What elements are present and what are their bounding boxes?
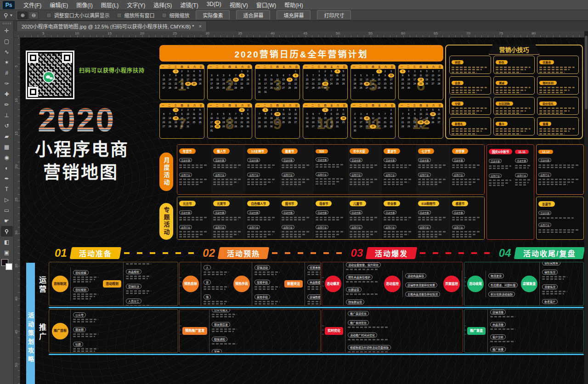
menu-item-S[interactable]: 选择(S)	[149, 0, 176, 10]
clone-stamp-tool[interactable]: ⊥	[1, 110, 13, 120]
menu-item-V[interactable]: 视图(V)	[226, 0, 252, 10]
date-cell: 13	[226, 116, 232, 120]
zoom-tool[interactable]: ⚲	[1, 226, 13, 237]
zoom-in-mode-button[interactable]: ⊕	[17, 11, 28, 19]
date-cell: 20	[364, 82, 370, 86]
eraser-tool[interactable]: ▰	[1, 131, 13, 141]
menu-item-L[interactable]: 图层(L)	[97, 0, 123, 10]
eyedropper-tool[interactable]: ✑	[1, 78, 13, 89]
menu-item-Y[interactable]: 文字(Y)	[123, 0, 149, 10]
date-cell: 1	[173, 108, 179, 112]
marquee-tool[interactable]: ▢	[1, 36, 13, 46]
text-placeholder	[496, 92, 521, 93]
date-cell: 18	[352, 82, 358, 86]
option-checkbox[interactable]: 调整窗口大小以满屏显示	[46, 11, 109, 19]
shape-tool[interactable]: ▭	[1, 205, 13, 215]
date-cell: 16	[179, 116, 185, 120]
quick-mask[interactable]: ◧	[1, 237, 13, 247]
text-placeholder	[496, 107, 531, 109]
menu-item-E[interactable]: 编辑(E)	[45, 0, 72, 10]
option-checkbox[interactable]: 缩放所有窗口	[117, 11, 154, 19]
date-cell: 4	[340, 108, 346, 112]
text-placeholder	[254, 286, 280, 288]
history-brush-tool[interactable]: ↺	[1, 120, 13, 131]
theme-label: 活动主题	[350, 210, 362, 215]
hand-tool[interactable]: ☛	[1, 215, 13, 226]
empty-cell	[233, 108, 239, 112]
date-cell: 29	[400, 86, 406, 90]
checkbox[interactable]	[117, 13, 122, 18]
text-placeholder	[316, 181, 340, 182]
date-cell: 1	[316, 69, 322, 73]
brush-tool[interactable]: ✏	[1, 99, 13, 110]
weekday: 四	[274, 103, 281, 107]
branch-label: 客户分析	[490, 334, 506, 339]
wechat-icon	[43, 71, 55, 83]
magic-wand-tool[interactable]: ✶	[1, 57, 13, 68]
double12-pill: 12.12	[538, 150, 553, 154]
row-label-1: 运营	[36, 263, 48, 308]
text-placeholder	[307, 274, 321, 275]
mindmap-branches: 营销活动常规手段其他手段	[252, 262, 281, 305]
option-button[interactable]: 打印尺寸	[317, 10, 351, 20]
text-placeholder	[539, 110, 570, 112]
menu-item-H[interactable]: 帮助(H)	[280, 0, 307, 10]
menu-item-3DD[interactable]: 3D(D)	[203, 0, 226, 10]
date-cell: 3	[209, 73, 215, 78]
gradient-tool[interactable]: ▦	[1, 141, 13, 152]
menu-item-W[interactable]: 窗口(W)	[252, 0, 280, 10]
empty-cell	[358, 69, 364, 73]
menu-item-T[interactable]: 滤镜(T)	[176, 0, 202, 10]
checkbox[interactable]	[46, 13, 51, 18]
empty-cell	[370, 69, 376, 73]
panel-grip[interactable]	[3, 23, 11, 24]
checkbox[interactable]	[162, 13, 167, 18]
type-tool[interactable]: T	[1, 184, 13, 194]
menu-item-F[interactable]: 文件(F)	[19, 0, 45, 10]
document-canvas[interactable]: 扫码可以获得小程序扶持 2020 小程序电商 营销地图 2020营销日历&全年营…	[20, 38, 584, 384]
option-button[interactable]: 适合屏幕	[236, 10, 270, 20]
path-select-tool[interactable]: ▷	[1, 194, 13, 205]
option-button[interactable]: 实际像素	[196, 10, 230, 20]
date-cell: 10	[209, 78, 215, 82]
date-cell: 7	[287, 73, 293, 78]
healing-brush-tool[interactable]: ✚	[1, 89, 13, 99]
weekday: 四	[370, 103, 376, 107]
option-checkbox[interactable]: 细微缩放	[162, 11, 189, 19]
weekday: 六	[287, 65, 294, 69]
scrollbar-thumb[interactable]	[585, 36, 588, 109]
stage-label: 活动预热	[227, 248, 260, 259]
date-cell: 14	[400, 116, 406, 120]
empty-cell	[220, 108, 226, 112]
move-tool[interactable]: ✛	[1, 25, 13, 36]
pen-tool[interactable]: ✒	[1, 173, 13, 184]
date-cell: 19	[358, 82, 364, 86]
branch-label: 人	[204, 265, 211, 270]
mindmap-group: 预热推广宣发公众号推文朋友圈宣发短信通知其他	[182, 309, 238, 353]
menu-item-I[interactable]: 图像(I)	[72, 0, 96, 10]
industry-label: 适用行业	[247, 173, 260, 177]
background-color-swatch[interactable]	[6, 263, 12, 270]
date-cell: 18	[281, 116, 287, 120]
current-tool-preview[interactable]: ⚲ ▼	[0, 10, 17, 20]
theme-label: 活动主题	[350, 158, 362, 162]
date-cell: 16	[179, 78, 185, 82]
text-placeholder	[247, 179, 276, 180]
date-cell: 28	[436, 82, 442, 86]
branch-label: 其他手段	[254, 294, 270, 299]
screen-mode[interactable]: ▣	[1, 247, 13, 258]
document-tab[interactable]: 2020小程序电商营销地图.jpg @ 12.5% (扫码可以获得小程序扶持, …	[17, 21, 207, 31]
crop-tool[interactable]: #	[1, 68, 13, 78]
blur-tool[interactable]: ◉	[1, 152, 13, 163]
close-icon[interactable]: ×	[198, 23, 201, 29]
option-button[interactable]: 填充屏幕	[277, 10, 311, 20]
dodge-tool[interactable]: ◐	[1, 163, 13, 173]
color-swatches[interactable]	[1, 259, 12, 270]
industry-label: 适用行业	[282, 173, 294, 177]
date-grid: 1234567891011121314151617181920212223242…	[303, 69, 347, 90]
zoom-out-mode-button[interactable]: ⊖	[28, 11, 39, 19]
date-cell: 11	[352, 78, 358, 82]
vertical-scrollbar[interactable]	[584, 31, 588, 384]
text-placeholder	[496, 87, 531, 88]
lasso-tool[interactable]: ∿	[1, 46, 13, 57]
